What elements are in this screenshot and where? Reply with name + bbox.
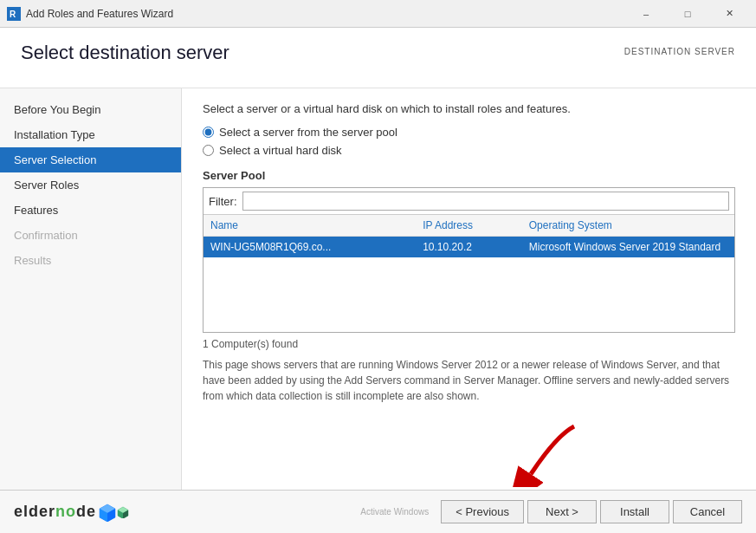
computers-found: 1 Computer(s) found xyxy=(203,338,735,350)
col-name: Name xyxy=(204,215,416,237)
page-title: Select destination server xyxy=(21,42,229,64)
close-button[interactable]: ✕ xyxy=(709,2,749,26)
cell-os: Microsoft Windows Server 2019 Standard xyxy=(522,237,734,257)
title-bar: R Add Roles and Features Wizard – □ ✕ xyxy=(0,0,756,28)
sidebar-item-features[interactable]: Features xyxy=(0,198,181,223)
destination-server-label: DESTINATION SERVER xyxy=(624,47,735,56)
sidebar-item-results: Results xyxy=(0,248,181,273)
title-bar-text: Add Roles and Features Wizard xyxy=(26,8,626,20)
content-area: Select a server or a virtual hard disk o… xyxy=(182,88,756,490)
activate-windows-text: Activate Windows xyxy=(360,507,429,517)
cancel-button[interactable]: Cancel xyxy=(673,500,742,523)
footer-right: Activate Windows < Previous Next > Insta… xyxy=(360,500,742,523)
sidebar-item-installation-type[interactable]: Installation Type xyxy=(0,122,181,147)
radio-server-pool-input[interactable] xyxy=(203,127,214,138)
filter-input[interactable] xyxy=(242,192,730,211)
radio-virtual-disk[interactable]: Select a virtual hard disk xyxy=(203,144,735,157)
maximize-button[interactable]: □ xyxy=(668,2,708,26)
content-description: Select a server or a virtual hard disk o… xyxy=(203,102,735,115)
cell-name: WIN-UG5M08R1Q69.co... xyxy=(204,237,416,257)
radio-server-pool[interactable]: Select a server from the server pool xyxy=(203,126,735,139)
window-footer: eldernode Activate Windows < xyxy=(0,490,756,533)
server-pool-container: Filter: Name IP Address Operating System xyxy=(203,187,735,333)
radio-group: Select a server from the server pool Sel… xyxy=(203,126,735,157)
info-text: This page shows servers that are running… xyxy=(203,357,735,404)
sidebar-item-confirmation: Confirmation xyxy=(0,223,181,248)
sidebar-item-server-roles[interactable]: Server Roles xyxy=(0,172,181,198)
install-button[interactable]: Install xyxy=(600,500,669,523)
radio-virtual-disk-input[interactable] xyxy=(203,145,214,156)
cube-icon xyxy=(98,503,117,522)
previous-button[interactable]: < Previous xyxy=(441,500,524,523)
server-pool-title: Server Pool xyxy=(203,169,735,182)
eldernode-logo: eldernode xyxy=(14,503,129,522)
window-header: Select destination server DESTINATION SE… xyxy=(0,28,756,88)
filter-row: Filter: xyxy=(204,188,734,215)
cell-ip: 10.10.20.2 xyxy=(416,237,522,257)
svg-text:R: R xyxy=(10,10,16,19)
server-table: Name IP Address Operating System WIN-UG5… xyxy=(204,215,734,332)
filter-label: Filter: xyxy=(209,195,237,208)
footer-left: eldernode xyxy=(14,503,129,522)
wizard-icon: R xyxy=(7,7,21,21)
radio-server-pool-label: Select a server from the server pool xyxy=(219,126,397,139)
next-button[interactable]: Next > xyxy=(527,500,597,523)
table-header: Name IP Address Operating System xyxy=(204,215,734,237)
col-ip: IP Address xyxy=(416,215,522,237)
radio-virtual-disk-label: Select a virtual hard disk xyxy=(219,144,342,157)
logo-text: eldernode xyxy=(14,503,96,521)
col-os: Operating System xyxy=(522,215,734,237)
minimize-button[interactable]: – xyxy=(626,2,666,26)
sidebar-item-server-selection[interactable]: Server Selection xyxy=(0,147,181,172)
table-row[interactable]: WIN-UG5M08R1Q69.co... 10.10.20.2 Microso… xyxy=(204,237,734,257)
main-window: Select destination server DESTINATION SE… xyxy=(0,28,756,533)
cube-small-icon xyxy=(117,506,129,518)
sidebar: Before You Begin Installation Type Serve… xyxy=(0,88,182,490)
sidebar-item-before-you-begin[interactable]: Before You Begin xyxy=(0,97,181,122)
window-body: Before You Begin Installation Type Serve… xyxy=(0,88,756,490)
title-bar-controls: – □ ✕ xyxy=(626,2,749,26)
table-body: WIN-UG5M08R1Q69.co... 10.10.20.2 Microso… xyxy=(204,237,734,332)
